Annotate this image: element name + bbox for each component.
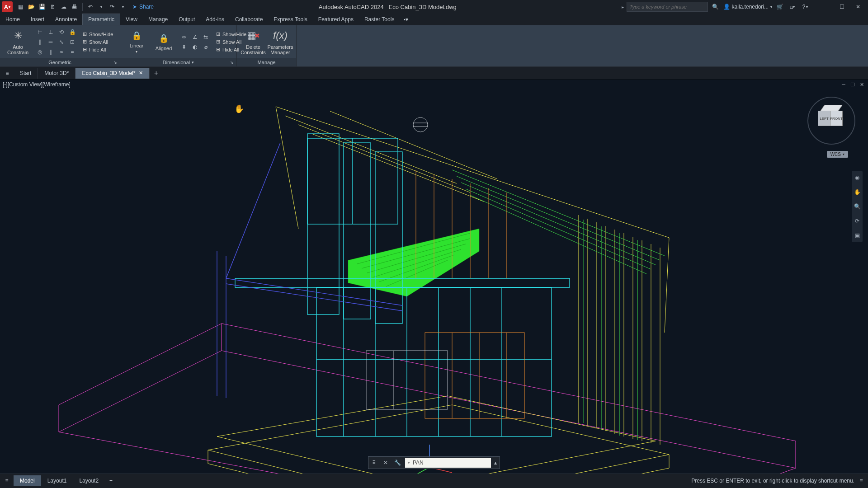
search-box[interactable] <box>627 2 708 12</box>
layout-menu-icon[interactable]: ≡ <box>0 478 14 484</box>
smooth-icon[interactable]: ≈ <box>57 47 66 56</box>
svg-rect-32 <box>316 287 552 436</box>
tab-featured-apps[interactable]: Featured Apps <box>313 14 359 25</box>
cmdline-customize-icon[interactable]: 🔧 <box>392 457 403 468</box>
drawing-tabs-menu-icon[interactable]: ≡ <box>1 70 14 76</box>
layout-tab-layout2[interactable]: Layout2 <box>73 475 105 486</box>
parallel-icon[interactable]: ∥ <box>35 38 45 47</box>
save-icon[interactable]: 💾 <box>37 2 47 12</box>
tab-home[interactable]: Home <box>0 14 25 25</box>
tab-insert[interactable]: Insert <box>25 14 50 25</box>
dim-convert-icon[interactable]: ⇆ <box>201 33 211 42</box>
layout-tab-model[interactable]: Model <box>14 475 41 486</box>
close-button[interactable]: ✕ <box>850 0 866 13</box>
tab-annotate[interactable]: Annotate <box>50 14 82 25</box>
concentric-icon[interactable]: ◎ <box>35 47 45 56</box>
wcs-badge[interactable]: WCS▾ <box>827 151 848 158</box>
symmetric-icon[interactable]: ⊡ <box>67 38 77 47</box>
geom-showhide-button[interactable]: ⊞Show/Hide <box>81 31 115 38</box>
search-icon[interactable]: 🔍 <box>711 2 721 12</box>
zoom-icon[interactable]: 🔍 <box>853 202 861 211</box>
cmdline-recent-icon[interactable]: ▴ <box>493 460 500 466</box>
tab-view[interactable]: View <box>120 14 143 25</box>
redo-icon[interactable]: ↷ <box>107 2 117 12</box>
full-nav-wheel-icon[interactable]: ◉ <box>853 174 861 182</box>
drawing-viewport[interactable]: [-][Custom View][Wireframe] ─ ☐ ✕ ✋ <box>0 80 868 474</box>
linear-dim-button[interactable]: 🔒 Linear ▾ <box>125 29 148 55</box>
cmdline-handle-icon[interactable]: ⠿ <box>368 457 379 468</box>
delete-constraints-button[interactable]: ▦✖ Delete Constraints <box>241 28 265 56</box>
panel-launcher-icon[interactable]: ↘ <box>230 60 234 65</box>
collinear-icon[interactable]: ⤡ <box>57 38 66 47</box>
status-customize-icon[interactable]: ≡ <box>857 478 868 484</box>
panel-launcher-icon[interactable]: ↘ <box>113 60 117 65</box>
autodesk-app-store-icon[interactable]: 🛒 <box>775 2 785 12</box>
layout-tab-layout1[interactable]: Layout1 <box>41 475 73 486</box>
share-button[interactable]: ➤ Share <box>132 4 154 10</box>
dim-vertical-icon[interactable]: ⬍ <box>179 42 189 52</box>
filetab-motor3d[interactable]: Motor 3D* <box>38 68 75 79</box>
viewcube-front-face[interactable]: FRONT <box>830 111 843 126</box>
ribbon: ✳ Auto Constrain ⊢ ⊥ ⟲ 🔒 ∥ ═ ⤡ ⊡ ◎ ‖ ≈ =… <box>0 25 868 67</box>
user-account-button[interactable]: 👤 kaila.tenedori... ▾ <box>723 4 772 10</box>
geom-showall-button[interactable]: ⊞Show All <box>81 38 115 45</box>
parameters-manager-button[interactable]: f(x) Parameters Manager <box>269 28 292 56</box>
viewcube[interactable]: LEFT FRONT <box>811 100 852 141</box>
dim-horizontal-icon[interactable]: ⬄ <box>179 33 189 42</box>
tab-collaborate[interactable]: Collaborate <box>230 14 268 25</box>
undo-dropdown-icon[interactable]: ▾ <box>96 2 106 12</box>
showmotion-icon[interactable]: ▣ <box>853 231 861 239</box>
tab-extra-dropdown[interactable]: ▪▾ <box>400 14 411 25</box>
fix-icon[interactable]: 🔒 <box>67 28 77 37</box>
search-expand-icon[interactable]: ▸ <box>622 5 624 9</box>
ribbon-panel-title-dimensional[interactable]: Dimensional ▾↘ <box>120 58 236 66</box>
plot-icon[interactable]: 🖶 <box>70 2 80 12</box>
app-menu-button[interactable]: A▾ <box>2 1 13 12</box>
perpendicular-icon[interactable]: ⊥ <box>46 28 56 37</box>
tab-manage[interactable]: Manage <box>143 14 173 25</box>
tab-express-tools[interactable]: Express Tools <box>268 14 312 25</box>
ribbon-panel-title-geometric[interactable]: Geometric↘ <box>0 58 120 66</box>
open-icon[interactable]: 📂 <box>26 2 36 12</box>
redo-dropdown-icon[interactable]: ▾ <box>118 2 128 12</box>
dim-diameter-icon[interactable]: ⌀ <box>201 42 211 52</box>
status-bar: ≡ Model Layout1 Layout2 + Press ESC or E… <box>0 474 868 487</box>
viewcube-left-face[interactable]: LEFT <box>818 111 830 126</box>
horizontal-icon[interactable]: ═ <box>46 38 56 47</box>
viewcube-top-face[interactable] <box>820 105 843 111</box>
chevron-down-icon[interactable]: ▾ <box>408 460 410 465</box>
maximize-button[interactable]: ☐ <box>834 0 850 13</box>
coincident-icon[interactable]: ⊢ <box>35 28 45 37</box>
search-input[interactable] <box>630 4 705 9</box>
cmdline-close-icon[interactable]: ✕ <box>380 457 391 468</box>
linear-dim-icon: 🔒 <box>132 30 141 42</box>
command-input[interactable]: ▾ PAN <box>405 458 491 468</box>
tab-parametric[interactable]: Parametric <box>82 14 120 25</box>
new-layout-button[interactable]: + <box>105 475 117 486</box>
connectivity-icon[interactable]: ⩍▾ <box>788 2 797 12</box>
orbit-icon[interactable]: ⟳ <box>853 217 861 225</box>
web-mobile-icon[interactable]: ☁ <box>59 2 69 12</box>
filetab-eco-cabin[interactable]: Eco Cabin_3D Model*✕ <box>75 68 150 79</box>
help-icon[interactable]: ?▾ <box>800 2 810 12</box>
tab-addins[interactable]: Add-ins <box>200 14 230 25</box>
dim-radial-icon[interactable]: ◐ <box>190 42 200 52</box>
command-line[interactable]: ⠿ ✕ 🔧 ▾ PAN ▴ <box>368 456 500 469</box>
close-tab-icon[interactable]: ✕ <box>139 70 143 76</box>
filetab-start[interactable]: Start <box>14 68 38 79</box>
tab-output[interactable]: Output <box>173 14 200 25</box>
saveas-icon[interactable]: 🗎 <box>48 2 58 12</box>
undo-icon[interactable]: ↶ <box>85 2 95 12</box>
dim-angular-icon[interactable]: ∠ <box>190 33 200 42</box>
new-icon[interactable]: ▦ <box>15 2 25 12</box>
minimize-button[interactable]: ─ <box>817 0 834 13</box>
tab-raster-tools[interactable]: Raster Tools <box>359 14 400 25</box>
auto-constrain-button[interactable]: ✳ Auto Constrain <box>5 28 31 56</box>
aligned-dim-button[interactable]: 🔒 Aligned <box>152 32 175 52</box>
equal-icon[interactable]: = <box>67 47 77 56</box>
geom-hideall-button[interactable]: ⊟Hide All <box>81 46 115 53</box>
pan-icon[interactable]: ✋ <box>853 188 861 196</box>
vertical-icon[interactable]: ‖ <box>46 47 56 56</box>
tangent-icon[interactable]: ⟲ <box>57 28 66 37</box>
new-drawing-tab-button[interactable]: + <box>150 69 162 77</box>
